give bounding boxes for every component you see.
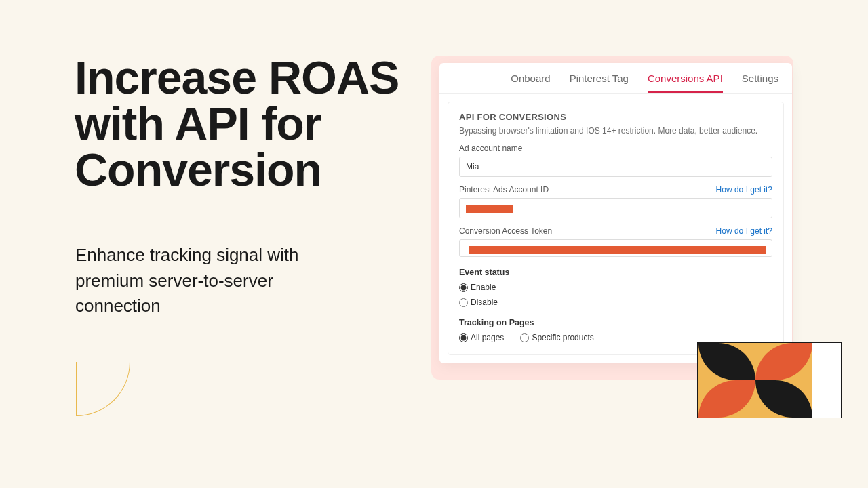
decoration-pattern — [697, 342, 842, 418]
ads-account-id-label-row: Pinterest Ads Account ID How do I get it… — [459, 185, 772, 195]
tracking-specific-radio[interactable] — [520, 333, 529, 342]
ads-account-id-label: Pinterest Ads Account ID — [459, 185, 549, 195]
tab-conversions-api[interactable]: Conversions API — [648, 70, 723, 93]
tracking-all-pages-text: All pages — [471, 333, 504, 342]
ads-account-id-redacted — [466, 205, 513, 213]
decoration-quarter-circle — [76, 362, 130, 416]
tab-bar: Onboard Pinterest Tag Conversions API Se… — [439, 63, 792, 94]
conversions-card: API FOR CONVERSIONS Bypassing browser's … — [448, 102, 784, 355]
event-status-enable-radio[interactable] — [459, 283, 468, 292]
ads-account-id-help-link[interactable]: How do I get it? — [716, 185, 772, 195]
tracking-pages-options: All pages Specific products — [459, 333, 772, 342]
event-status-enable-row: Enable — [459, 283, 772, 292]
access-token-label-row: Conversion Access Token How do I get it? — [459, 226, 772, 236]
promo-headline: Increase ROAS with API for Conversion — [75, 54, 414, 192]
access-token-redacted — [469, 246, 766, 254]
tracking-all-pages-radio[interactable] — [459, 333, 468, 342]
event-status-label: Event status — [459, 268, 772, 277]
event-status-enable-text: Enable — [471, 283, 496, 292]
event-status-disable-option[interactable]: Disable — [459, 298, 498, 307]
ad-account-name-input[interactable] — [459, 157, 772, 177]
tab-pinterest-tag[interactable]: Pinterest Tag — [570, 70, 629, 93]
promo-subhead: Enhance tracking signal with premium ser… — [75, 243, 299, 319]
tracking-specific-option[interactable]: Specific products — [520, 333, 593, 342]
tracking-all-pages-option[interactable]: All pages — [459, 333, 504, 342]
access-token-label: Conversion Access Token — [459, 226, 552, 236]
tracking-pages-label: Tracking on Pages — [459, 318, 772, 327]
tracking-specific-text: Specific products — [532, 333, 593, 342]
event-status-disable-radio[interactable] — [459, 298, 468, 307]
ad-account-name-label: Ad account name — [459, 144, 772, 153]
card-title: API FOR CONVERSIONS — [459, 112, 772, 122]
settings-panel: Onboard Pinterest Tag Conversions API Se… — [439, 63, 792, 363]
ad-account-name-label-text: Ad account name — [459, 144, 522, 153]
tab-settings[interactable]: Settings — [742, 70, 778, 93]
card-description: Bypassing browser's limitation and IOS 1… — [459, 126, 772, 136]
tab-onboard[interactable]: Onboard — [511, 70, 550, 93]
access-token-input[interactable] — [459, 239, 772, 257]
event-status-enable-option[interactable]: Enable — [459, 283, 496, 292]
event-status-disable-row: Disable — [459, 298, 772, 307]
access-token-help-link[interactable]: How do I get it? — [716, 226, 772, 236]
ads-account-id-input[interactable] — [459, 198, 772, 218]
event-status-disable-text: Disable — [471, 298, 498, 307]
